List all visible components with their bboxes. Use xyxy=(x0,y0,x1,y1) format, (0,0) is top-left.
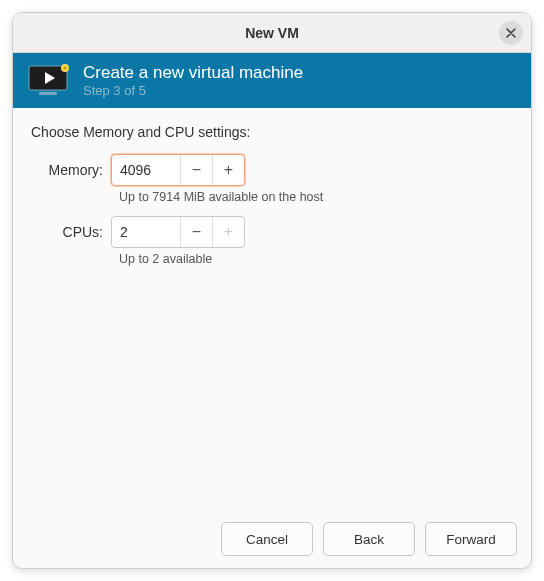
forward-button[interactable]: Forward xyxy=(425,522,517,556)
cpus-input[interactable] xyxy=(112,217,180,247)
close-button[interactable] xyxy=(499,21,523,45)
memory-row: Memory: − + xyxy=(31,154,513,186)
window-title: New VM xyxy=(245,25,299,41)
memory-input[interactable] xyxy=(112,155,180,185)
monitor-icon xyxy=(27,64,71,98)
banner-step: Step 3 of 5 xyxy=(83,83,303,98)
close-icon xyxy=(506,28,516,38)
memory-hint: Up to 7914 MiB available on the host xyxy=(119,190,513,204)
dialog-window: New VM Create a new virtual machine Step… xyxy=(12,12,532,569)
back-button[interactable]: Back xyxy=(323,522,415,556)
memory-increment[interactable]: + xyxy=(212,155,244,185)
cpus-increment[interactable]: + xyxy=(212,217,244,247)
memory-decrement[interactable]: − xyxy=(180,155,212,185)
titlebar: New VM xyxy=(13,13,531,53)
svg-rect-1 xyxy=(39,92,57,95)
cpus-label: CPUs: xyxy=(31,224,111,240)
banner-title: Create a new virtual machine xyxy=(83,63,303,83)
memory-label: Memory: xyxy=(31,162,111,178)
wizard-banner: Create a new virtual machine Step 3 of 5 xyxy=(13,53,531,108)
content-area: Choose Memory and CPU settings: Memory: … xyxy=(13,108,531,510)
banner-text: Create a new virtual machine Step 3 of 5 xyxy=(83,63,303,98)
cpus-stepper: − + xyxy=(111,216,245,248)
cancel-button[interactable]: Cancel xyxy=(221,522,313,556)
cpus-decrement[interactable]: − xyxy=(180,217,212,247)
footer: Cancel Back Forward xyxy=(13,510,531,568)
cpus-row: CPUs: − + xyxy=(31,216,513,248)
memory-stepper: − + xyxy=(111,154,245,186)
section-heading: Choose Memory and CPU settings: xyxy=(31,124,513,140)
cpus-hint: Up to 2 available xyxy=(119,252,513,266)
